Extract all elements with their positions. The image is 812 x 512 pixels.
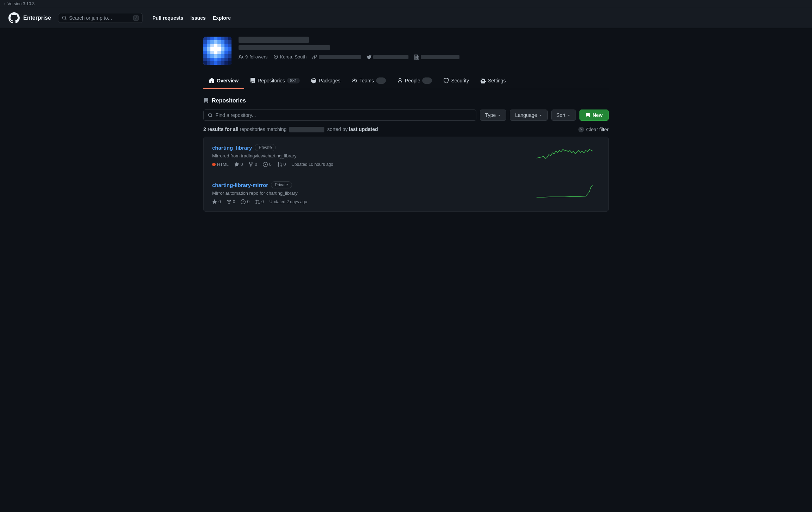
svg-rect-27 xyxy=(210,47,214,51)
repo-description-1: Mirrored from tradingview/charting_libra… xyxy=(212,153,529,158)
clear-filter-label: Clear filter xyxy=(586,127,609,132)
nav-settings-label: Settings xyxy=(488,78,506,83)
svg-rect-47 xyxy=(224,54,228,58)
svg-rect-15 xyxy=(224,40,228,44)
type-chevron-icon xyxy=(497,113,501,117)
svg-rect-13 xyxy=(217,40,221,44)
clear-filter-button[interactable]: ✕ Clear filter xyxy=(578,127,609,132)
svg-rect-58 xyxy=(207,61,210,65)
repo-description-2: Mirror automation repo for charting_libr… xyxy=(212,191,529,196)
svg-rect-57 xyxy=(203,61,207,65)
location-icon xyxy=(273,55,278,60)
nav-overview[interactable]: Overview xyxy=(203,73,244,89)
nav-repositories-label: Repositories xyxy=(258,78,285,83)
nav-explore[interactable]: Explore xyxy=(213,15,231,21)
nav-people[interactable]: People xyxy=(392,73,438,89)
shield-icon xyxy=(443,78,449,83)
repo-sparkline-2 xyxy=(537,181,593,199)
profile-name-redacted xyxy=(239,37,309,43)
nav-teams[interactable]: Teams xyxy=(346,73,392,89)
repo-search-box[interactable] xyxy=(203,110,476,121)
svg-rect-41 xyxy=(203,54,207,58)
language-filter-button[interactable]: Language xyxy=(510,110,547,121)
repo-prs-count-2: 0 xyxy=(261,199,264,204)
svg-rect-16 xyxy=(228,40,231,44)
repo-sparkline-container-2 xyxy=(537,181,600,200)
issue-icon-2 xyxy=(241,199,246,204)
svg-rect-52 xyxy=(214,58,217,61)
avatar xyxy=(203,37,231,65)
followers-count: 9 xyxy=(245,54,248,60)
nav-issues[interactable]: Issues xyxy=(190,15,206,21)
nav-pull-requests[interactable]: Pull requests xyxy=(152,15,183,21)
results-count: 2 results for xyxy=(203,126,231,132)
svg-rect-36 xyxy=(214,51,217,54)
repo-left-charting-mirror: charting-library-mirror Private Mirror a… xyxy=(212,181,529,204)
filters-bar: Type Language Sort xyxy=(203,110,609,121)
repo-updated-2: Updated 2 days ago xyxy=(269,199,307,204)
nav-repositories[interactable]: Repositories 881 xyxy=(244,73,305,89)
svg-rect-38 xyxy=(221,51,224,54)
repo-forks-1: 0 xyxy=(248,162,257,167)
nav-links: Pull requests Issues Explore xyxy=(152,15,231,21)
brand-label: Enterprise xyxy=(23,15,51,21)
people-nav-icon xyxy=(352,78,357,83)
svg-rect-34 xyxy=(207,51,210,54)
repo-badge-private-1: Private xyxy=(255,144,275,151)
svg-rect-1 xyxy=(203,37,207,40)
repo-search-input[interactable] xyxy=(216,112,472,118)
svg-rect-18 xyxy=(207,44,210,47)
repo-forks-count-2: 0 xyxy=(233,199,235,204)
nav-security[interactable]: Security xyxy=(438,73,475,89)
person-icon xyxy=(397,78,403,83)
svg-rect-60 xyxy=(214,61,217,65)
nav-brand: Enterprise xyxy=(8,12,51,24)
repo-stars-1: 0 xyxy=(234,162,243,167)
svg-rect-46 xyxy=(221,54,224,58)
nav-packages[interactable]: Packages xyxy=(305,73,346,89)
search-term-redacted xyxy=(289,127,324,132)
repo-name-charting-mirror[interactable]: charting-library-mirror xyxy=(212,182,268,188)
pr-icon-2 xyxy=(255,199,260,204)
repo-section-icon xyxy=(203,98,209,104)
new-repo-button[interactable]: New xyxy=(579,110,609,121)
repo-issues-count-1: 0 xyxy=(269,162,272,167)
svg-rect-26 xyxy=(207,47,210,51)
svg-rect-63 xyxy=(224,61,228,65)
svg-rect-59 xyxy=(210,61,214,65)
svg-rect-20 xyxy=(214,44,217,47)
repo-stars-2: 0 xyxy=(212,199,221,204)
chevron-icon: › xyxy=(4,2,5,6)
lang-dot-html xyxy=(212,163,216,166)
nav-security-label: Security xyxy=(451,78,469,83)
nav-settings[interactable]: Settings xyxy=(475,73,512,89)
fork-icon-2 xyxy=(227,199,231,204)
svg-rect-44 xyxy=(214,54,217,58)
svg-rect-21 xyxy=(217,44,221,47)
svg-rect-33 xyxy=(203,51,207,54)
repo-meta-2: 0 0 0 xyxy=(212,199,529,204)
repo-name-charting-library[interactable]: charting_library xyxy=(212,145,252,151)
gear-icon xyxy=(480,78,486,83)
search-icon xyxy=(62,15,67,20)
fork-icon-1 xyxy=(248,162,253,167)
svg-rect-17 xyxy=(203,44,207,47)
svg-rect-22 xyxy=(221,44,224,47)
repo-issues-2: 0 xyxy=(241,199,249,204)
people-badge-redacted xyxy=(422,77,432,84)
main-content: 9 followers Korea, South xyxy=(195,28,617,220)
repo-list: charting_library Private Mirrored from t… xyxy=(203,137,609,212)
home-icon xyxy=(209,78,215,83)
repo-issues-count-2: 0 xyxy=(247,199,249,204)
repo-prs-2: 0 xyxy=(255,199,264,204)
nav-people-label: People xyxy=(405,78,420,83)
svg-rect-48 xyxy=(228,54,231,58)
svg-rect-49 xyxy=(203,58,207,61)
results-qualifier: all repositories matching xyxy=(233,126,288,132)
sort-filter-button[interactable]: Sort xyxy=(551,110,576,121)
search-box[interactable]: Search or jump to... / xyxy=(58,13,142,23)
svg-rect-14 xyxy=(221,40,224,44)
twitter-icon xyxy=(367,55,372,60)
repo-issues-1: 0 xyxy=(263,162,272,167)
type-filter-button[interactable]: Type xyxy=(480,110,506,121)
